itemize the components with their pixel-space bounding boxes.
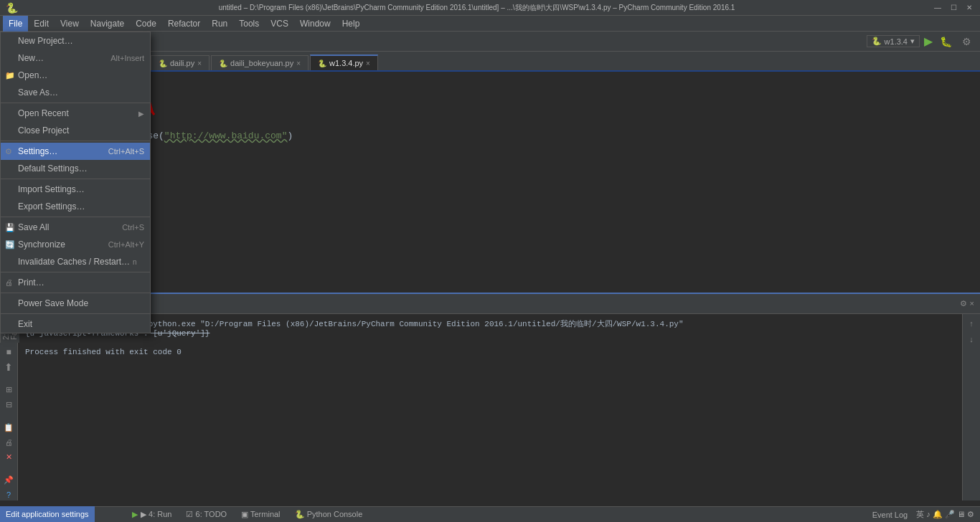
open-recent-arrow: ▶: [138, 110, 144, 118]
separator-4: [1, 217, 150, 217]
panel-close-icon[interactable]: ×: [970, 299, 974, 308]
edit-settings-text: Edit application settings: [6, 510, 89, 518]
dd-close-project[interactable]: Close Project: [1, 122, 150, 139]
menu-tools[interactable]: Tools: [233, 16, 265, 32]
tab-daili-bokeyuan[interactable]: 🐍 daili_bokeyuan.py ×: [211, 55, 308, 70]
dd-invalidate-caches[interactable]: Invalidate Caches / Restart… n: [1, 253, 150, 270]
separator-3: [1, 179, 150, 179]
run-help-button[interactable]: ?: [2, 489, 15, 501]
run-output-line-4: Process finished with exit code 0: [25, 348, 955, 356]
python-console-tab-label: 🐍 Python Console: [295, 510, 363, 519]
right-tool-2[interactable]: ↓: [965, 333, 978, 346]
run-stop-button[interactable]: ■: [2, 346, 15, 359]
run-panel-body: ▶ ⬇ ■ ⬆ ⊞ ⊟ 📋 🖨 ✕ 📌 ? D:\Users\lenovo\An…: [0, 314, 980, 500]
dd-synchronize[interactable]: 🔄 Synchronize Ctrl+Alt+Y: [1, 236, 150, 253]
dd-new-project[interactable]: New Project…: [1, 32, 150, 49]
dd-exit[interactable]: Exit: [1, 315, 150, 333]
sync-icon: 🔄: [5, 240, 15, 250]
menu-run[interactable]: Run: [206, 16, 233, 32]
dd-save-as-label: Save As…: [18, 87, 58, 98]
open-icon: 📁: [5, 71, 15, 80]
run-button[interactable]: ▶: [924, 34, 933, 48]
dd-export-settings[interactable]: Export Settings…: [1, 198, 150, 215]
dd-default-settings[interactable]: Default Settings…: [1, 160, 150, 177]
run-up-button[interactable]: ⬆: [2, 361, 15, 374]
dd-open[interactable]: 📁 Open…: [1, 67, 150, 84]
run-clear-button[interactable]: ✕: [2, 451, 15, 463]
dd-save-all[interactable]: 💾 Save All Ctrl+S: [1, 219, 150, 236]
dd-print-label: Print…: [18, 277, 44, 288]
status-bar: Edit application settings ▶ ▶ 4: Run ☑ 6…: [0, 506, 980, 522]
dd-save-as[interactable]: Save As…: [1, 84, 150, 101]
dd-print[interactable]: 🖨 Print…: [1, 274, 150, 291]
dd-import-settings-label: Import Settings…: [18, 184, 85, 194]
run-pin-button[interactable]: 📌: [2, 474, 15, 486]
menu-refactor[interactable]: Refactor: [162, 16, 206, 32]
dd-new-label: New…: [18, 53, 44, 63]
run-copy-button[interactable]: 📋: [2, 422, 15, 434]
edit-settings-label[interactable]: Edit application settings: [0, 506, 95, 522]
dd-save-all-label: Save All: [18, 222, 49, 232]
invalidate-n: n: [133, 258, 137, 266]
dd-settings[interactable]: ⚙ Settings… Ctrl+Alt+S: [1, 143, 150, 160]
python-console-tab-button[interactable]: 🐍 Python Console: [292, 507, 366, 523]
dd-settings-shortcut: Ctrl+Alt+S: [108, 147, 144, 156]
dd-settings-label: Settings…: [18, 146, 57, 156]
print-icon: 🖨: [5, 278, 13, 287]
debug-button[interactable]: 🐛: [937, 36, 955, 47]
run-config-selector[interactable]: 🐍 w1.3.4 ▾: [867, 35, 920, 47]
panel-settings-icon[interactable]: ⚙: [960, 299, 967, 308]
menu-bar: File Edit View Navigate Code Refactor Ru…: [0, 16, 980, 32]
event-log-label: Event Log: [872, 511, 908, 519]
menu-vcs[interactable]: VCS: [265, 16, 294, 32]
more-actions-button[interactable]: ⚙: [959, 36, 974, 47]
menu-navigate[interactable]: Navigate: [85, 16, 130, 32]
py-icon: 🐍: [159, 60, 167, 67]
dd-invalidate-label: Invalidate Caches / Restart…: [18, 257, 130, 267]
maximize-button[interactable]: ☐: [948, 3, 958, 13]
run-tab-icon: ▶: [132, 510, 138, 519]
dd-open-recent[interactable]: Open Recent ▶: [1, 105, 150, 122]
dd-exit-label: Exit: [18, 319, 32, 329]
run-output: D:\Users\lenovo\Anaconda2\python.exe "D:…: [18, 314, 962, 500]
tab-w134-close[interactable]: ×: [366, 60, 370, 67]
config-dropdown-icon: ▾: [910, 37, 915, 46]
right-run-toolbar: ↑ ↓: [962, 314, 980, 500]
code-line-6: print temp: [47, 143, 973, 158]
menu-window[interactable]: Window: [294, 16, 336, 32]
separator-5: [1, 272, 150, 272]
todo-tab-label: ☑ 6: TODO: [186, 510, 227, 519]
run-tab-button[interactable]: ▶ ▶ 4: Run: [129, 507, 174, 523]
minimize-button[interactable]: —: [933, 3, 943, 13]
separator-1: [1, 103, 150, 103]
dd-synchronize-shortcut: Ctrl+Alt+Y: [108, 240, 144, 249]
run-output-line-2: {u'javascript-frameworks': [u'jQuery']}: [25, 329, 955, 338]
tab-daili[interactable]: 🐍 daili.py ×: [151, 55, 209, 70]
terminal-tab-button[interactable]: ▣ Terminal: [238, 507, 283, 523]
dd-power-save-label: Power Save Mode: [18, 298, 88, 308]
menu-code[interactable]: Code: [130, 16, 162, 32]
run-wrap-button[interactable]: ⊞: [2, 384, 15, 397]
dd-new[interactable]: New… Alt+Insert: [1, 49, 150, 67]
right-tool-1[interactable]: ↑: [965, 317, 978, 330]
dd-close-project-label: Close Project: [18, 125, 69, 136]
menu-file[interactable]: File: [3, 16, 28, 32]
tab-w134[interactable]: 🐍 w1.3.4.py ×: [310, 54, 378, 70]
dd-import-settings[interactable]: Import Settings…: [1, 181, 150, 198]
tab-bokeyuan-label: daili_bokeyuan.py: [230, 59, 293, 67]
title-bar: 🐍 untitled – D:\Program Files (x86)\JetB…: [0, 0, 980, 16]
dd-power-save[interactable]: Power Save Mode: [1, 295, 150, 312]
separator-7: [1, 313, 150, 314]
tab-daili-close[interactable]: ×: [197, 60, 202, 67]
event-log-button[interactable]: Event Log: [870, 507, 911, 523]
menu-help[interactable]: Help: [336, 16, 366, 32]
tab-bokeyuan-close[interactable]: ×: [296, 60, 301, 67]
close-button[interactable]: ✕: [964, 3, 974, 13]
menu-edit[interactable]: Edit: [28, 16, 55, 32]
run-print-button[interactable]: 🖨: [2, 437, 15, 449]
run-filter-button[interactable]: ⊟: [2, 399, 15, 411]
todo-tab-button[interactable]: ☑ 6: TODO: [183, 507, 230, 523]
editor-content[interactable]: #coding:utf-8 import builtwith temp=buil…: [39, 72, 980, 330]
dd-export-settings-label: Export Settings…: [18, 201, 85, 212]
menu-view[interactable]: View: [55, 16, 85, 32]
